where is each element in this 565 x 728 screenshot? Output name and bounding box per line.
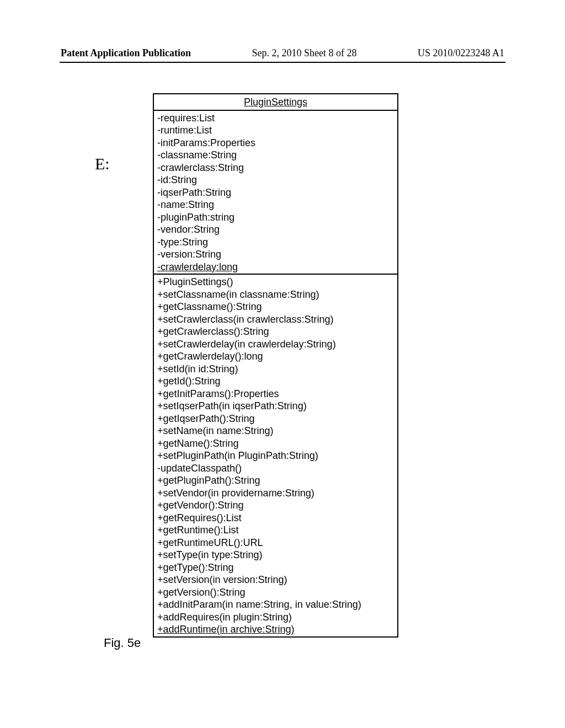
uml-operation-row: +setType(in type:String) xyxy=(157,549,394,561)
uml-attribute-row: -name:String xyxy=(157,199,394,211)
uml-operation-row: +setIqserPath(in iqserPath:String) xyxy=(157,400,394,413)
uml-operation-row: +getRequires():List xyxy=(157,512,394,524)
uml-attribute-row: -version:String xyxy=(157,248,394,261)
uml-attribute-row: -requires:List xyxy=(157,112,394,125)
uml-attributes: -requires:List-runtime:List-initParams:P… xyxy=(154,110,397,274)
uml-attribute-row: -pluginPath:string xyxy=(157,211,394,224)
uml-operation-row: +getRuntime():List xyxy=(157,524,394,537)
uml-attribute-row: -classname:String xyxy=(157,149,394,162)
header-left: Patent Application Publication xyxy=(61,47,191,59)
uml-class-box: PluginSettings -requires:List-runtime:Li… xyxy=(153,93,398,638)
uml-operations: +PluginSettings()+setClassname(in classn… xyxy=(154,274,397,636)
uml-operation-row: +setClassname(in classname:String) xyxy=(157,288,394,301)
uml-attribute-row: -id:String xyxy=(157,174,394,186)
header-center: Sep. 2, 2010 Sheet 8 of 28 xyxy=(252,47,357,59)
uml-operation-row: +getRuntimeURL():URL xyxy=(157,537,394,549)
uml-attribute-row: -crawlerdelay:long xyxy=(157,261,394,274)
header-rule xyxy=(60,62,505,63)
uml-operation-row: +setCrawlerclass(in crawlerclass:String) xyxy=(157,313,394,326)
uml-operation-row: +getId():String xyxy=(157,375,394,388)
uml-operation-row: +getVendor():String xyxy=(157,499,394,512)
uml-operation-row: +getIqserPath():String xyxy=(157,413,394,425)
uml-operation-row: +addInitParam(in name:String, in value:S… xyxy=(157,598,394,611)
uml-operation-row: +setPluginPath(in PluginPath:String) xyxy=(157,449,394,462)
uml-operation-row: +getType():String xyxy=(157,561,394,574)
uml-operation-row: +getName():String xyxy=(157,437,394,450)
uml-operation-row: +getClassname():String xyxy=(157,301,394,313)
uml-operation-row: +getPluginPath():String xyxy=(157,474,394,487)
uml-operation-row: +getCrawlerclass():String xyxy=(157,325,394,338)
uml-operation-row: +setVersion(in version:String) xyxy=(157,574,394,586)
uml-attribute-row: -iqserPath:String xyxy=(157,186,394,199)
uml-attribute-row: -crawlerclass:String xyxy=(157,162,394,174)
figure-label: Fig. 5e xyxy=(104,636,141,650)
uml-attribute-row: -runtime:List xyxy=(157,124,394,137)
uml-operation-row: +addRuntime(in archive:String) xyxy=(157,623,394,636)
uml-operation-row: -updateClasspath() xyxy=(157,462,394,475)
uml-operation-row: +setName(in name:String) xyxy=(157,425,394,437)
header-right: US 2010/0223248 A1 xyxy=(418,47,504,59)
uml-operation-row: +getCrawlerdelay():long xyxy=(157,350,394,363)
uml-operation-row: +PluginSettings() xyxy=(157,276,394,288)
page-header: Patent Application Publication Sep. 2, 2… xyxy=(61,47,504,59)
uml-operation-row: +getVersion():String xyxy=(157,586,394,599)
uml-operation-row: +setId(in id:String) xyxy=(157,363,394,376)
uml-class-name: PluginSettings xyxy=(154,94,397,110)
uml-attribute-row: -type:String xyxy=(157,236,394,249)
uml-attribute-row: -initParams:Properties xyxy=(157,137,394,149)
uml-operation-row: +setVendor(in providername:String) xyxy=(157,487,394,500)
uml-attribute-row: -vendor:String xyxy=(157,223,394,236)
uml-operation-row: +addRequires(in plugin:String) xyxy=(157,611,394,624)
uml-operation-row: +setCrawlerdelay(in crawlerdelay:String) xyxy=(157,338,394,351)
section-label-e: E: xyxy=(95,154,110,173)
uml-operation-row: +getInitParams():Properties xyxy=(157,388,394,400)
